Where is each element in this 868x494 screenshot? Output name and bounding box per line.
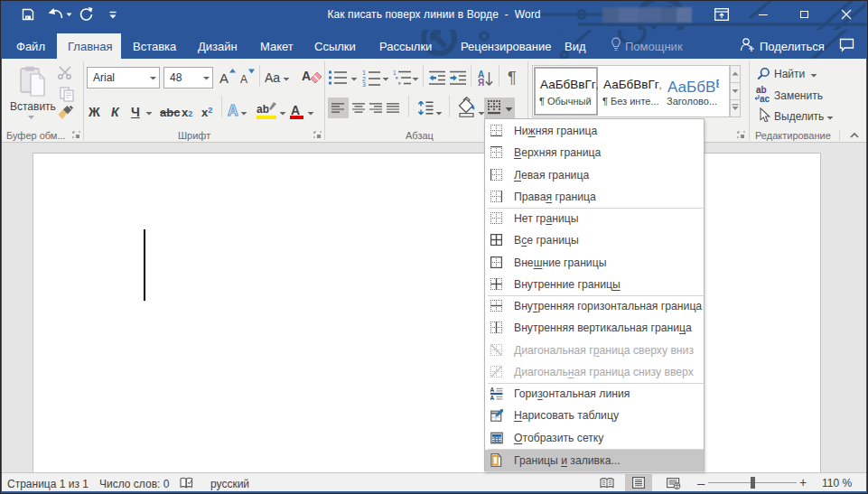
svg-text:1: 1 [393, 70, 397, 76]
svg-text:3: 3 [362, 81, 366, 87]
svg-text:A: A [490, 387, 495, 393]
svg-text:A: A [490, 395, 495, 400]
svg-text:1: 1 [362, 70, 366, 76]
